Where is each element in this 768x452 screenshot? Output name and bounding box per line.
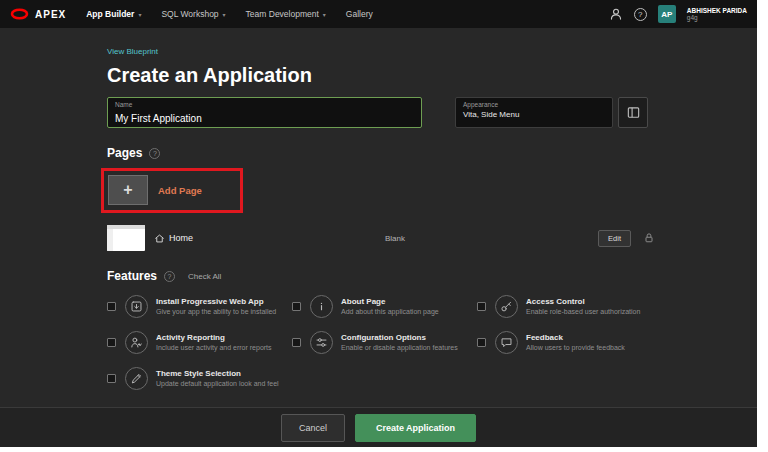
nav-app-builder[interactable]: App Builder ▾ <box>86 9 141 19</box>
brand-apex-label: APEX <box>35 9 66 20</box>
sliders-icon <box>310 331 333 354</box>
feature-desc: Include user activity and error reports <box>156 343 272 352</box>
feature-checkbox[interactable] <box>107 338 116 347</box>
page-title: Create an Application <box>107 64 757 87</box>
help-icon[interactable]: ? <box>149 148 160 159</box>
view-blueprint-link[interactable]: View Blueprint <box>107 47 158 56</box>
feature-checkbox[interactable] <box>107 302 116 311</box>
pages-title: Pages <box>107 146 142 160</box>
annotation-highlight-box: + Add Page <box>101 168 243 213</box>
home-icon <box>154 233 165 244</box>
apex-app-window: APEX App Builder ▾ SQL Workshop ▾ Team D… <box>0 0 757 447</box>
feature-feedback: Feedback Allow users to provide feedback <box>477 331 662 354</box>
name-input[interactable] <box>115 112 414 124</box>
feature-about-page: About Page Add about this application pa… <box>292 295 477 318</box>
feature-access-control: Access Control Enable role-based user au… <box>477 295 662 318</box>
page-thumbnail[interactable] <box>107 225 145 251</box>
page-name: Home <box>154 233 193 244</box>
feature-title: Theme Style Selection <box>156 369 279 379</box>
feature-configuration-options: Configuration Options Enable or disable … <box>292 331 477 354</box>
user-identity[interactable]: ABHISHEK PARIDA g4g <box>687 7 747 22</box>
feature-install-pwa: Install Progressive Web App Give your ap… <box>107 295 292 318</box>
wizard-content: View Blueprint Create an Application Nam… <box>0 28 757 407</box>
wizard-footer: Cancel Create Application <box>0 407 757 447</box>
info-icon <box>310 295 333 318</box>
brand[interactable]: APEX <box>10 8 66 20</box>
pages-section-header: Pages ? <box>107 146 757 160</box>
check-all-link[interactable]: Check All <box>188 272 221 281</box>
feature-title: Activity Reporting <box>156 333 272 343</box>
chevron-down-icon: ▾ <box>223 11 226 18</box>
feature-desc: Enable or disable application features <box>341 343 458 352</box>
help-icon[interactable]: ? <box>634 8 647 21</box>
user-activity-icon <box>125 331 148 354</box>
avatar[interactable]: AP <box>658 5 676 23</box>
feature-title: Access Control <box>526 297 640 307</box>
appearance-picker-button[interactable] <box>618 97 648 128</box>
add-page-button[interactable]: + Add Page <box>108 175 202 205</box>
main-nav: App Builder ▾ SQL Workshop ▾ Team Develo… <box>86 9 373 19</box>
features-title: Features <box>107 269 157 283</box>
feature-checkbox[interactable] <box>477 302 486 311</box>
features-section-header: Features ? Check All <box>107 269 757 283</box>
appearance-value: Vita, Side Menu <box>463 108 605 119</box>
nav-gallery[interactable]: Gallery <box>346 9 373 19</box>
chevron-down-icon: ▾ <box>138 11 141 18</box>
name-field-label: Name <box>115 101 414 108</box>
oracle-logo-icon <box>10 8 29 20</box>
side-menu-layout-icon <box>626 105 641 120</box>
cancel-button[interactable]: Cancel <box>281 414 345 442</box>
edit-page-button[interactable]: Edit <box>598 230 631 247</box>
feature-title: Configuration Options <box>341 333 458 343</box>
feature-checkbox[interactable] <box>477 338 486 347</box>
app-settings-row: Name Appearance Vita, Side Menu <box>107 97 757 128</box>
page-type-label: Blank <box>385 234 405 243</box>
nav-team-development[interactable]: Team Development ▾ <box>246 9 326 19</box>
feature-desc: Update default application look and feel <box>156 379 279 388</box>
features-grid: Install Progressive Web App Give your ap… <box>107 295 667 390</box>
pencil-icon <box>125 367 148 390</box>
create-application-button[interactable]: Create Application <box>355 414 476 442</box>
speech-bubble-icon <box>495 331 518 354</box>
thumbnail-side-band <box>107 229 113 251</box>
top-navigation-bar: APEX App Builder ▾ SQL Workshop ▾ Team D… <box>0 0 757 28</box>
feature-theme-style-selection: Theme Style Selection Update default app… <box>107 367 292 390</box>
feature-title: About Page <box>341 297 439 307</box>
pwa-install-icon <box>125 295 148 318</box>
name-field: Name <box>107 97 422 128</box>
feature-desc: Add about this application page <box>341 307 439 316</box>
appearance-field-label: Appearance <box>463 101 605 108</box>
topbar-right-controls: ? AP ABHISHEK PARIDA g4g <box>609 5 747 23</box>
appearance-field[interactable]: Appearance Vita, Side Menu <box>455 97 613 128</box>
nav-sql-workshop[interactable]: SQL Workshop ▾ <box>161 9 225 19</box>
chevron-down-icon: ▾ <box>323 11 326 18</box>
key-icon <box>495 295 518 318</box>
lock-icon[interactable] <box>643 232 655 244</box>
workspace-name: g4g <box>687 14 747 21</box>
feature-checkbox[interactable] <box>292 338 301 347</box>
administration-person-icon[interactable] <box>609 7 623 21</box>
feature-activity-reporting: Activity Reporting Include user activity… <box>107 331 292 354</box>
page-list-row-home: Home Blank Edit <box>107 225 655 251</box>
add-page-label: Add Page <box>158 185 202 196</box>
feature-checkbox[interactable] <box>107 374 116 383</box>
feature-checkbox[interactable] <box>292 302 301 311</box>
feature-desc: Give your app the ability to be installe… <box>156 307 276 316</box>
feature-desc: Enable role-based user authorization <box>526 307 640 316</box>
feature-desc: Allow users to provide feedback <box>526 343 625 352</box>
feature-title: Install Progressive Web App <box>156 297 276 307</box>
plus-icon: + <box>108 175 148 205</box>
user-name: ABHISHEK PARIDA <box>687 7 747 14</box>
feature-title: Feedback <box>526 333 625 343</box>
help-icon[interactable]: ? <box>164 271 175 282</box>
